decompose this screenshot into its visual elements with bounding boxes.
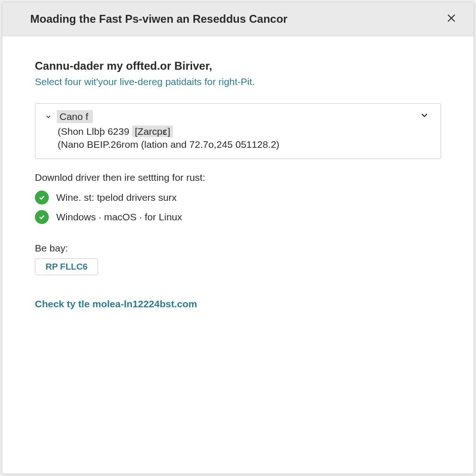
check-item: Wine. st: tpelod drivers surx [35, 191, 441, 205]
tag-button[interactable]: RP FLLC6 [35, 258, 98, 275]
option-line-1: (Shon Llbþ 6239 [Zarcpɛ] [58, 126, 431, 137]
close-button[interactable] [443, 11, 460, 27]
check-circle-icon [35, 210, 49, 224]
dialog-window: Moading the Fast Ps-viwen an Reseddus Ca… [2, 2, 474, 474]
check-list: Wine. st: tpelod drivers surx Windows · … [35, 191, 441, 224]
chevron-down-icon [45, 113, 52, 120]
download-label: Downlod driver then ire settting for rus… [35, 172, 441, 183]
select-top-row: Cano f [45, 110, 431, 123]
sub-heading: Select four wit'your live-dereg patidait… [35, 76, 441, 87]
footer-link[interactable]: Check ty tle molea-ln12224bst.com [35, 298, 441, 310]
device-select-box[interactable]: Cano f (Shon Llbþ 6239 [Zarcpɛ] (Nano BE… [35, 103, 441, 159]
dialog-title: Moading the Fast Ps-viwen an Reseddus Ca… [30, 13, 287, 26]
option-line-1-prefix: (Shon Llbþ 6239 [58, 126, 132, 137]
check-label: Wine. st: tpelod drivers surx [56, 192, 177, 203]
check-item: Windows · macOS · for Linux [35, 210, 441, 224]
option-line-2: (Nano BEIP.26rom (lation and 72.7o,245 0… [58, 139, 431, 150]
option-badge: [Zarcpɛ] [132, 126, 173, 137]
chevron-down-icon[interactable] [419, 110, 430, 122]
selected-chip: Cano f [57, 110, 93, 123]
bebay-label: Be bay: [35, 243, 441, 254]
check-circle-icon [35, 191, 49, 205]
dialog-body: Cannu-dader my offted.or Biriver, Select… [2, 36, 474, 328]
close-icon [446, 12, 456, 26]
check-label: Windows · macOS · for Linux [56, 212, 182, 223]
dialog-header: Moading the Fast Ps-viwen an Reseddus Ca… [2, 2, 474, 36]
main-heading: Cannu-dader my offted.or Biriver, [35, 60, 441, 73]
